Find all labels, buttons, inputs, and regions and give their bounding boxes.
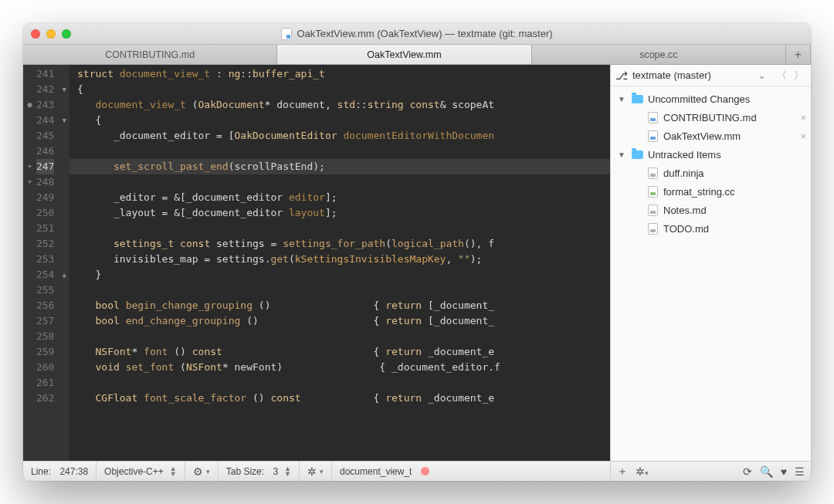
code-line[interactable] <box>70 375 610 391</box>
bundle-menu-cell[interactable]: ⚙ ▾ <box>185 462 219 481</box>
tree-section[interactable]: ▼Uncommitted Changes <box>611 90 811 108</box>
reload-button[interactable]: ⟳ <box>743 465 752 478</box>
line-number: 261 <box>36 375 54 391</box>
code-line[interactable]: settings_t const settings = settings_for… <box>70 236 610 252</box>
tree-file-row[interactable]: CONTRIBUTING.md× <box>611 108 811 127</box>
file-icon <box>646 130 659 142</box>
code-line[interactable]: _document_editor = [OakDocumentEditor do… <box>70 128 610 144</box>
titlebar: OakTextView.mm (OakTextView) — textmate … <box>23 23 811 45</box>
tab-contributing[interactable]: CONTRIBUTING.md <box>23 45 277 64</box>
fold-marker <box>59 236 70 252</box>
gutter-mark <box>23 344 36 360</box>
gutter-mark <box>23 375 36 391</box>
code-line[interactable]: { <box>70 113 610 128</box>
line-number: 242 <box>36 82 54 97</box>
gutter[interactable]: ●++ 241242243244245246247248249250251252… <box>23 65 70 461</box>
code-editor[interactable]: ●++ 241242243244245246247248249250251252… <box>23 65 610 461</box>
gutter-mark <box>23 267 36 282</box>
fold-marker <box>59 128 70 144</box>
gutter-mark <box>23 205 36 221</box>
branch-icon: ⎇ <box>615 69 628 82</box>
disclosure-triangle-icon[interactable]: ▼ <box>617 95 626 103</box>
gutter-mark: + <box>23 174 36 190</box>
discard-button[interactable]: × <box>800 112 806 123</box>
chevron-down-icon: ▾ <box>320 468 324 475</box>
code-content[interactable]: struct document_view_t : ng::buffer_api_… <box>70 65 610 461</box>
file-icon <box>646 167 659 179</box>
code-line[interactable] <box>70 144 610 159</box>
code-line[interactable]: _layout = &[_document_editor layout]; <box>70 205 610 221</box>
gutter-fold-column[interactable]: ▼▼▲ <box>59 66 70 461</box>
code-line[interactable]: void set_font (NSFont* newFont) { _docum… <box>70 360 610 375</box>
file-label: duff.ninja <box>663 167 806 179</box>
bundle-items-cell[interactable]: ✲ ▾ <box>300 462 332 481</box>
minimize-window-button[interactable] <box>46 29 56 39</box>
favorites-button[interactable]: ♥ <box>781 465 787 478</box>
gutter-mark <box>23 298 36 313</box>
line-number: 244 <box>36 113 54 128</box>
gutter-mark <box>23 236 36 252</box>
cursor-position-cell[interactable]: Line: 247:38 <box>23 462 97 481</box>
chevron-down-icon: ▾ <box>206 468 210 475</box>
code-line[interactable] <box>70 282 610 298</box>
fold-marker <box>59 205 70 221</box>
scm-tree: ▼Uncommitted ChangesCONTRIBUTING.md×OakT… <box>611 86 811 241</box>
tree-file-row[interactable]: format_string.cc <box>611 182 811 201</box>
code-line[interactable]: _editor = &[_document_editor editor]; <box>70 190 610 205</box>
discard-button[interactable]: × <box>800 130 806 142</box>
code-line[interactable]: struct document_view_t : ng::buffer_api_… <box>70 66 610 82</box>
fold-marker[interactable]: ▼ <box>59 82 70 97</box>
fold-marker <box>59 344 70 360</box>
code-line[interactable]: NSFont* font () const { return _document… <box>70 344 610 360</box>
code-line[interactable]: bool begin_change_grouping () { return [… <box>70 298 610 313</box>
nav-back-button[interactable]: 〈 <box>774 68 789 83</box>
search-button[interactable]: 🔍 <box>760 465 773 478</box>
tree-section[interactable]: ▼Untracked Items <box>611 145 811 164</box>
fold-marker[interactable]: ▼ <box>59 113 70 128</box>
code-line[interactable]: set_scroll_past_end(scrollPastEnd); <box>70 159 610 174</box>
actions-menu-button[interactable]: ✲▾ <box>636 465 649 479</box>
folder-icon <box>631 93 643 105</box>
fold-marker <box>59 66 70 82</box>
code-line[interactable]: CGFloat font_scale_factor () const { ret… <box>70 391 610 406</box>
chevron-down-icon: ▾ <box>645 469 649 477</box>
close-window-button[interactable] <box>31 29 40 39</box>
code-line[interactable]: invisibles_map = settings.get(kSettingsI… <box>70 252 610 267</box>
tree-file-row[interactable]: duff.ninja <box>611 164 811 182</box>
nav-forward-button[interactable]: 〉 <box>791 68 806 83</box>
fold-marker <box>59 298 70 313</box>
gutter-mark <box>23 313 36 329</box>
zoom-window-button[interactable] <box>62 29 71 39</box>
stepper-icon: ▲▼ <box>170 466 177 477</box>
tree-file-row[interactable]: Notes.md <box>611 201 811 219</box>
line-number: 254 <box>36 267 54 282</box>
fold-marker[interactable]: ▲ <box>59 267 70 282</box>
code-line[interactable] <box>70 329 610 344</box>
history-dropdown-button[interactable]: ⌄ <box>754 68 769 83</box>
scm-button[interactable]: ☰ <box>795 465 805 478</box>
fold-marker <box>59 375 70 391</box>
window-title-text: OakTextView.mm (OakTextView) — textmate … <box>297 28 552 39</box>
code-line[interactable]: } <box>70 267 610 282</box>
repo-branch-label[interactable]: textmate (master) <box>632 69 749 81</box>
language-cell[interactable]: Objective-C++ ▲▼ <box>97 462 185 481</box>
code-line[interactable]: { <box>70 82 610 97</box>
add-button[interactable]: ＋ <box>617 465 628 479</box>
code-line[interactable] <box>70 221 610 236</box>
code-line[interactable]: document_view_t (OakDocument* document, … <box>70 97 610 113</box>
symbol-cell[interactable]: document_view_t <box>332 462 610 481</box>
tabsize-cell[interactable]: Tab Size: 3 ▲▼ <box>219 462 300 481</box>
folder-icon <box>631 148 643 161</box>
file-label: format_string.cc <box>663 186 806 198</box>
tab-scope[interactable]: scope.cc <box>532 45 786 64</box>
document-proxy-icon[interactable] <box>281 28 292 40</box>
code-line[interactable] <box>70 174 610 190</box>
gutter-mark: + <box>23 159 36 174</box>
tab-oaktextview[interactable]: OakTextView.mm <box>277 45 531 64</box>
line-number: 245 <box>36 128 54 144</box>
code-line[interactable]: bool end_change_grouping () { return [_d… <box>70 313 610 329</box>
new-tab-button[interactable]: + <box>786 45 811 64</box>
tree-file-row[interactable]: TODO.md <box>611 219 811 238</box>
disclosure-triangle-icon[interactable]: ▼ <box>617 151 626 159</box>
tree-file-row[interactable]: OakTextView.mm× <box>611 127 811 145</box>
